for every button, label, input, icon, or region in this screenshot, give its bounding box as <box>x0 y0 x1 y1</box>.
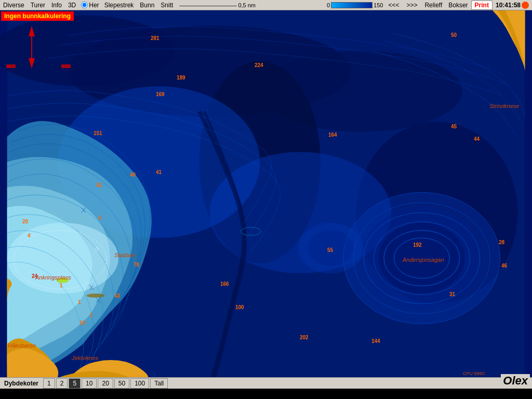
svg-point-33 <box>86 294 104 298</box>
depth-color-bar <box>331 2 373 8</box>
svg-point-2 <box>0 16 174 86</box>
depth-btn-50[interactable]: 50 <box>114 378 129 389</box>
toolbar-bokser[interactable]: Bokser <box>445 1 471 9</box>
toolbar-her: Her <box>89 2 99 9</box>
depth-min: 0 <box>326 2 331 8</box>
scale-bar-area: —————————— 0,5 nm <box>176 2 326 8</box>
marker-rect-2 <box>61 64 71 68</box>
depth-btn-5[interactable]: 5 <box>69 378 81 389</box>
depth-btn-10[interactable]: 10 <box>82 378 97 389</box>
clock: 10:41:58 <box>493 2 532 9</box>
cpu-info: CPU 999C <box>463 371 485 376</box>
nav-right[interactable]: >>> <box>403 1 420 9</box>
map-svg: ☆ <box>0 10 532 389</box>
toolbar: Diverse Turer Info 3D Her Slepestrek Bun… <box>0 0 532 10</box>
depth-btn-tall[interactable]: Tall <box>150 378 168 389</box>
toolbar-bunn[interactable]: Bunn <box>137 1 157 9</box>
svg-point-13 <box>308 230 354 265</box>
toolbar-slepestrek[interactable]: Slepestrek <box>101 1 137 9</box>
scale-label: 0,5 nm <box>238 2 256 8</box>
depth-btn-100[interactable]: 100 <box>130 378 149 389</box>
bottom-bar: Dybdekoter 1 2 5 10 20 50 100 Tall Olex <box>0 377 532 389</box>
compass-line <box>31 36 32 47</box>
toolbar-snitt[interactable]: Snitt <box>157 1 176 9</box>
svg-text:☆: ☆ <box>94 245 100 252</box>
depth-btn-1[interactable]: 1 <box>43 378 55 389</box>
svg-point-11 <box>379 223 464 294</box>
scale-bar-start: —————————— <box>179 2 236 8</box>
compass-arrow-up <box>29 26 35 36</box>
toolbar-info[interactable]: Info <box>48 1 65 9</box>
clock-time: 10:41:58 <box>496 2 521 9</box>
depth-max: 150 <box>373 2 384 8</box>
toolbar-relieff[interactable]: Relieff <box>421 1 445 9</box>
nav-arrows: <<< >>> <box>384 1 421 9</box>
map-area[interactable]: ☆ Ingen bunnkalkulering 281 50 189 169 2… <box>0 10 532 389</box>
compass-arrow-down <box>29 58 35 69</box>
radio-her-input[interactable] <box>81 2 88 8</box>
clock-icon <box>522 2 529 9</box>
toolbar-3d[interactable]: 3D <box>65 1 79 9</box>
dybdekoter-label: Dybdekoter <box>0 380 43 387</box>
toolbar-turer[interactable]: Turer <box>28 1 48 9</box>
toolbar-diverse[interactable]: Diverse <box>0 1 28 9</box>
olex-logo: Olex <box>501 374 530 388</box>
compass-line-down <box>31 48 32 58</box>
marker-rect-1 <box>6 64 16 68</box>
map-status: Ingen bunnkalkulering <box>1 11 74 21</box>
depth-btn-2[interactable]: 2 <box>56 378 68 389</box>
svg-point-32 <box>57 278 69 283</box>
print-button[interactable]: Print <box>471 1 493 10</box>
compass <box>29 26 35 69</box>
nav-left[interactable]: <<< <box>385 1 402 9</box>
depth-btn-20[interactable]: 20 <box>98 378 113 389</box>
toolbar-radio-her[interactable]: Her <box>79 2 101 9</box>
